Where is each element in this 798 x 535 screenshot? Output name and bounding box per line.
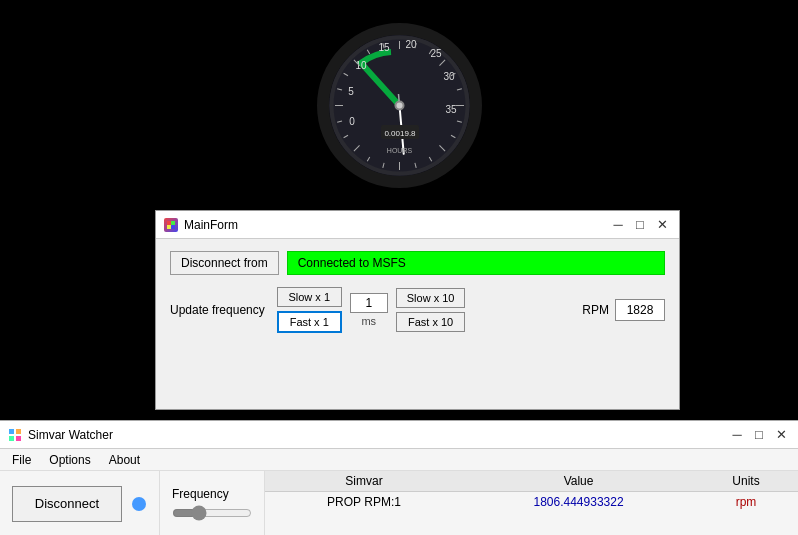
mainform-window: MainForm ─ □ ✕ Disconnect from Connected…	[155, 210, 680, 410]
rpm-gauge: 0 5 10 15 20 25 30 35 0.0019.8 HOURS	[317, 23, 482, 188]
simvar-window: Simvar Watcher ─ □ ✕ File Options About …	[0, 420, 798, 535]
slow-x1-button[interactable]: Slow x 1	[277, 287, 342, 307]
ms-label: ms	[361, 315, 376, 327]
slow-x10-button[interactable]: Slow x 10	[396, 288, 466, 308]
maximize-button[interactable]: □	[631, 216, 649, 234]
svg-rect-49	[16, 436, 21, 441]
col-value: Value	[463, 471, 694, 492]
svg-text:0.0019.8: 0.0019.8	[384, 129, 416, 138]
svg-rect-45	[167, 225, 171, 229]
simvar-freq-label: Frequency	[172, 487, 252, 501]
svg-text:35: 35	[445, 104, 457, 115]
svg-rect-46	[9, 429, 14, 434]
mainform-icon	[164, 218, 178, 232]
frequency-row: Update frequency Slow x 1 Fast x 1 ms Sl…	[170, 287, 665, 333]
connection-row: Disconnect from Connected to MSFS	[170, 251, 665, 275]
svg-text:20: 20	[405, 39, 417, 50]
connection-dot	[132, 497, 146, 511]
simvar-close-button[interactable]: ✕	[772, 426, 790, 444]
minimize-button[interactable]: ─	[609, 216, 627, 234]
svg-rect-44	[171, 221, 175, 225]
connection-status: Connected to MSFS	[287, 251, 665, 275]
simvar-menu-bar: File Options About	[0, 449, 798, 471]
rpm-area: RPM 1828	[582, 299, 665, 321]
gauge-area: 0 5 10 15 20 25 30 35 0.0019.8 HOURS	[0, 0, 798, 210]
close-button[interactable]: ✕	[653, 216, 671, 234]
svg-rect-47	[16, 429, 21, 434]
simvar-minimize-button[interactable]: ─	[728, 426, 746, 444]
svg-rect-43	[171, 225, 175, 229]
rpm-label: RPM	[582, 303, 609, 317]
menu-about[interactable]: About	[101, 451, 148, 469]
svg-point-6	[396, 102, 402, 108]
menu-options[interactable]: Options	[41, 451, 98, 469]
menu-file[interactable]: File	[4, 451, 39, 469]
update-frequency-label: Update frequency	[170, 303, 265, 317]
simvar-disconnect-button[interactable]: Disconnect	[12, 486, 122, 522]
table-row: PROP RPM:1 1806.444933322 rpm	[265, 492, 798, 513]
simvar-content: Disconnect Frequency Simvar Value Units …	[0, 471, 798, 535]
mainform-title: MainForm	[184, 218, 238, 232]
td-units: rpm	[694, 492, 798, 513]
svg-text:5: 5	[348, 86, 354, 97]
freq-buttons-right: Slow x 10 Fast x 10	[396, 288, 466, 332]
td-simvar: PROP RPM:1	[265, 492, 463, 513]
freq-buttons-left: Slow x 1 Fast x 1	[277, 287, 342, 333]
svg-rect-42	[167, 221, 171, 225]
svg-text:0: 0	[349, 116, 355, 127]
fast-x1-button[interactable]: Fast x 1	[277, 311, 342, 333]
svg-rect-48	[9, 436, 14, 441]
svg-text:30: 30	[443, 71, 455, 82]
td-value: 1806.444933322	[463, 492, 694, 513]
simvar-maximize-button[interactable]: □	[750, 426, 768, 444]
svg-text:HOURS: HOURS	[386, 147, 412, 154]
mainform-titlebar: MainForm ─ □ ✕	[156, 211, 679, 239]
simvar-disconnect-area: Disconnect	[0, 471, 160, 535]
simvar-table-area: Simvar Value Units PROP RPM:1 1806.44493…	[265, 471, 798, 535]
simvar-freq-slider[interactable]	[172, 505, 252, 521]
svg-text:10: 10	[355, 60, 367, 71]
simvar-table: Simvar Value Units PROP RPM:1 1806.44493…	[265, 471, 798, 512]
simvar-icon	[8, 428, 22, 442]
simvar-titlebar: Simvar Watcher ─ □ ✕	[0, 421, 798, 449]
col-units: Units	[694, 471, 798, 492]
ms-input-area: ms	[350, 293, 388, 327]
fast-x10-button[interactable]: Fast x 10	[396, 312, 466, 332]
col-simvar: Simvar	[265, 471, 463, 492]
mainform-content: Disconnect from Connected to MSFS Update…	[156, 239, 679, 345]
disconnect-from-button[interactable]: Disconnect from	[170, 251, 279, 275]
simvar-freq-area: Frequency	[160, 471, 265, 535]
svg-text:25: 25	[430, 48, 442, 59]
rpm-value: 1828	[615, 299, 665, 321]
table-header-row: Simvar Value Units	[265, 471, 798, 492]
simvar-title: Simvar Watcher	[28, 428, 113, 442]
ms-value-input[interactable]	[350, 293, 388, 313]
